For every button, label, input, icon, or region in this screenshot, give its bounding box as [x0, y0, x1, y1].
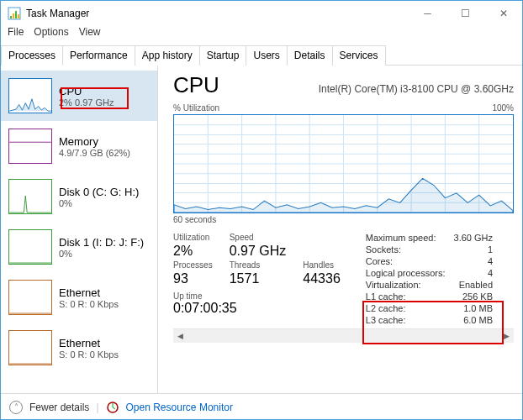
- stat-label: L2 cache:: [366, 303, 446, 313]
- chevron-up-icon[interactable]: ˄: [9, 401, 23, 414]
- titlebar: Task Manager ─ ☐ ✕: [1, 1, 522, 26]
- stat-value-speed: 0.97 GHz: [230, 244, 287, 259]
- sidebar-item-cpu[interactable]: CPU2% 0.97 GHz: [1, 71, 157, 121]
- sidebar-item-disk0[interactable]: Disk 0 (C: G: H:)0%: [1, 171, 157, 222]
- close-button[interactable]: ✕: [484, 1, 522, 26]
- stat-value-processes: 93: [173, 271, 213, 286]
- stat-label: L1 cache:: [366, 291, 446, 302]
- disk-mini-chart: [8, 179, 52, 214]
- sidebar-item-ethernet1[interactable]: EthernetS: 0 R: 0 Kbps: [1, 323, 157, 373]
- sidebar-label: CPU: [59, 85, 114, 97]
- stat-value-virtualization: Enabled: [454, 280, 493, 290]
- cpu-utilization-chart: [173, 114, 514, 213]
- sidebar: CPU2% 0.97 GHz Memory4.9/7.9 GB (62%) Di…: [1, 66, 158, 393]
- stat-value-threads: 1571: [230, 271, 287, 286]
- sidebar-sub: 0%: [59, 249, 144, 259]
- cpu-model: Intel(R) Core(TM) i3-8100 CPU @ 3.60GHz: [319, 83, 514, 95]
- tab-apphistory[interactable]: App history: [135, 45, 200, 66]
- stat-label: Utilization: [173, 233, 213, 242]
- sidebar-label: Disk 1 (I: D: J: F:): [59, 236, 144, 249]
- menu-file[interactable]: File: [8, 26, 24, 43]
- stat-label: Maximum speed:: [366, 233, 446, 243]
- svg-rect-2: [13, 13, 14, 18]
- stat-value-maxspeed: 3.60 GHz: [454, 233, 493, 243]
- svg-rect-1: [10, 16, 12, 18]
- sidebar-label: Ethernet: [59, 286, 119, 299]
- fewer-details-link[interactable]: Fewer details: [29, 402, 89, 413]
- stat-label: L3 cache:: [366, 315, 446, 325]
- scroll-right-icon[interactable]: ▶: [499, 329, 514, 344]
- sidebar-item-disk1[interactable]: Disk 1 (I: D: J: F:)0%: [1, 222, 157, 272]
- stat-label: Threads: [230, 260, 287, 270]
- resource-monitor-icon: [106, 401, 119, 414]
- stat-value-sockets: 1: [454, 244, 493, 255]
- stat-value-l1: 256 KB: [454, 291, 493, 302]
- content-area: CPU Intel(R) Core(TM) i3-8100 CPU @ 3.60…: [158, 66, 522, 393]
- stat-label: Handles: [303, 260, 341, 270]
- sidebar-label: Memory: [59, 135, 130, 148]
- sidebar-sub: S: 0 R: 0 Kbps: [59, 349, 119, 360]
- menu-view[interactable]: View: [79, 26, 101, 43]
- chart-label-right: 100%: [492, 103, 514, 113]
- sidebar-sub: 2% 0.97 GHz: [59, 97, 114, 108]
- stat-value-cores: 4: [454, 256, 493, 266]
- stat-label: Cores:: [366, 256, 446, 266]
- tab-bar: Processes Performance App history Startu…: [1, 45, 522, 66]
- stat-label: Processes: [173, 260, 213, 270]
- sidebar-label: Disk 0 (C: G: H:): [59, 186, 139, 198]
- scroll-left-icon[interactable]: ◀: [173, 329, 188, 344]
- stat-label: Up time: [173, 291, 341, 301]
- stat-label: Virtualization:: [366, 280, 446, 290]
- memory-mini-chart: [8, 129, 52, 164]
- stat-value-l2: 1.0 MB: [454, 303, 493, 313]
- sidebar-sub: S: 0 R: 0 Kbps: [59, 299, 119, 309]
- stat-value-handles: 44336: [303, 271, 341, 286]
- cpu-mini-chart: [8, 78, 52, 113]
- tab-performance[interactable]: Performance: [62, 45, 135, 66]
- stat-value-l3: 6.0 MB: [454, 315, 493, 325]
- ethernet-mini-chart: [8, 330, 52, 365]
- chart-label-left: % Utilization: [173, 103, 219, 113]
- maximize-button[interactable]: ☐: [446, 1, 484, 26]
- menubar: File Options View: [1, 26, 522, 43]
- stat-label: Sockets:: [366, 244, 446, 255]
- open-resource-monitor-link[interactable]: Open Resource Monitor: [126, 402, 233, 413]
- svg-rect-4: [18, 14, 19, 18]
- sidebar-item-ethernet0[interactable]: EthernetS: 0 R: 0 Kbps: [1, 272, 157, 323]
- menu-options[interactable]: Options: [34, 26, 68, 43]
- ethernet-mini-chart: [8, 280, 52, 315]
- tab-startup[interactable]: Startup: [199, 45, 247, 66]
- minimize-button[interactable]: ─: [409, 1, 446, 26]
- tab-users[interactable]: Users: [246, 45, 287, 66]
- app-icon: [8, 7, 21, 20]
- svg-rect-3: [15, 11, 17, 18]
- sidebar-item-memory[interactable]: Memory4.9/7.9 GB (62%): [1, 121, 157, 171]
- sidebar-sub: 0%: [59, 198, 139, 208]
- horizontal-scrollbar[interactable]: ◀ ▶: [173, 328, 514, 343]
- tab-details[interactable]: Details: [287, 45, 333, 66]
- chart-label-bottom: 60 seconds: [173, 215, 514, 224]
- stat-label: Logical processors:: [366, 268, 446, 278]
- stat-label: Speed: [230, 233, 287, 242]
- stat-value-uptime: 0:07:00:35: [173, 301, 341, 316]
- footer: ˄ Fewer details | Open Resource Monitor: [1, 393, 522, 420]
- tab-processes[interactable]: Processes: [1, 45, 63, 66]
- stat-value-logical: 4: [454, 268, 493, 278]
- stat-value-utilization: 2%: [173, 244, 213, 259]
- page-title: CPU: [173, 72, 219, 98]
- sidebar-label: Ethernet: [59, 337, 119, 349]
- tab-services[interactable]: Services: [332, 45, 386, 66]
- window-title: Task Manager: [26, 8, 409, 19]
- disk-mini-chart: [8, 229, 52, 265]
- sidebar-sub: 4.9/7.9 GB (62%): [59, 148, 130, 158]
